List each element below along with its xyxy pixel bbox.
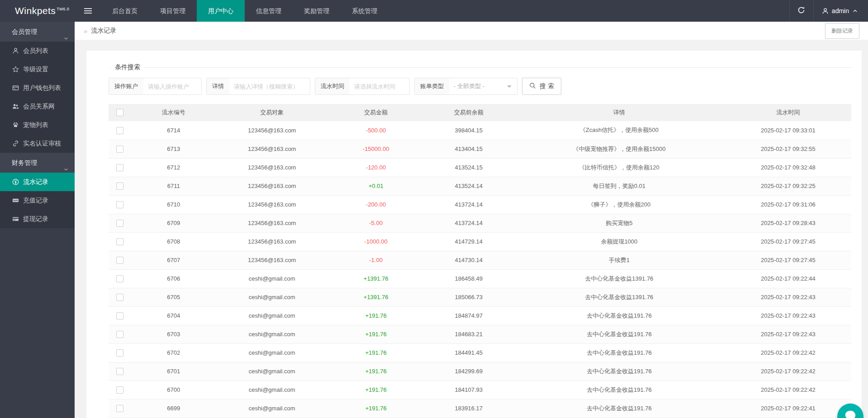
- top-nav-item-5[interactable]: 奖励管理: [293, 0, 341, 22]
- account-cell: 123456@163.com: [216, 140, 327, 158]
- header-checkbox-cell: [109, 104, 131, 121]
- app-logo: WinkpetsTM6.0: [0, 5, 75, 16]
- row-checkbox[interactable]: [116, 331, 123, 338]
- sidebar-item[interactable]: 提现记录: [0, 210, 75, 228]
- refresh-icon: [797, 6, 805, 16]
- account-cell: ceshi@gmail.com: [216, 306, 327, 325]
- flow-id-cell: 6707: [131, 251, 216, 269]
- row-checkbox[interactable]: [116, 368, 123, 375]
- flow-id-cell: 6713: [131, 140, 216, 158]
- row-checkbox-cell: [109, 362, 131, 380]
- row-checkbox[interactable]: [116, 349, 123, 357]
- field-label: 账单类型: [415, 78, 449, 94]
- search-button-label: 搜 索: [540, 82, 554, 90]
- search-fieldset: 条件搜索: [109, 63, 851, 71]
- row-checkbox[interactable]: [116, 201, 123, 208]
- sidebar-group-label: 财务管理: [12, 159, 37, 166]
- time-cell: 2025-02-17 09:28:43: [725, 214, 851, 232]
- sidebar-item-label: 充值记录: [23, 197, 48, 205]
- balance-cell: 184107.93: [424, 380, 513, 399]
- field-input[interactable]: [229, 78, 310, 94]
- balance-cell: 413524.14: [424, 177, 513, 195]
- time-cell: 2025-02-17 09:22:43: [725, 325, 851, 343]
- delete-records-button[interactable]: 删除记录: [825, 23, 859, 39]
- select-all-checkbox[interactable]: [116, 109, 123, 116]
- row-checkbox[interactable]: [116, 146, 123, 153]
- row-checkbox[interactable]: [116, 257, 123, 264]
- balance-cell: 186458.49: [424, 269, 513, 288]
- sidebar-group-title-1[interactable]: 会员管理: [0, 22, 75, 42]
- detail-cell: 每日签到，奖励0.01: [513, 177, 725, 195]
- amount-cell: +191.76: [327, 306, 424, 325]
- search-button[interactable]: 搜 索: [522, 78, 561, 95]
- sidebar-group-label: 会员管理: [12, 28, 37, 35]
- sidebar-item[interactable]: 宠物列表: [0, 116, 75, 134]
- sidebar-item[interactable]: 等级设置: [0, 60, 75, 79]
- top-nav: 后台首页项目管理用户中心信息管理奖励管理系统管理: [101, 0, 389, 22]
- account-cell: ceshi@gmail.com: [216, 325, 327, 343]
- search-legend: 条件搜索: [110, 63, 145, 71]
- column-header: 交易前余额: [424, 104, 513, 121]
- table-row: 6703ceshi@gmail.com+191.76184683.21去中心化基…: [109, 325, 851, 343]
- sidebar-item[interactable]: 用户钱包列表: [0, 79, 75, 97]
- sidebar-item[interactable]: PayPal充值记录: [0, 191, 75, 210]
- sidebar-group-title-2[interactable]: 财务管理: [0, 153, 75, 173]
- field-label: 流水时间: [315, 78, 350, 94]
- top-nav-item-4[interactable]: 信息管理: [245, 0, 293, 22]
- top-nav-item-3[interactable]: 用户中心: [197, 0, 245, 22]
- row-checkbox[interactable]: [116, 405, 123, 412]
- row-checkbox[interactable]: [116, 164, 123, 171]
- balance-cell: 184874.97: [424, 306, 513, 325]
- refresh-button[interactable]: [790, 0, 813, 22]
- detail-cell: 去中心化基金收益191.76: [513, 399, 725, 418]
- column-header: 交易金额: [327, 104, 424, 121]
- top-nav-item-1[interactable]: 后台首页: [101, 0, 149, 22]
- row-checkbox[interactable]: [116, 220, 123, 227]
- account-cell: ceshi@gmail.com: [216, 380, 327, 399]
- row-checkbox-cell: [109, 325, 131, 343]
- sidebar-item[interactable]: 流水记录: [0, 173, 75, 191]
- main-area: » 流水记录 删除记录 条件搜索 操作账户详情流水时间账单类型- 全部类型 -搜…: [75, 22, 868, 418]
- table-row: 6713123456@163.com-15000.00413404.15《中级宠…: [109, 140, 851, 158]
- sidebar-item[interactable]: 会员关系网: [0, 97, 75, 116]
- username: admin: [832, 7, 849, 14]
- time-cell: 2025-02-17 09:22:44: [725, 269, 851, 288]
- amount-cell: -120.00: [327, 158, 424, 177]
- detail-cell: 《狮子》，使用余额200: [513, 195, 725, 214]
- row-checkbox[interactable]: [116, 127, 123, 134]
- time-cell: 2025-02-17 09:22:42: [725, 380, 851, 399]
- field-label: 操作账户: [109, 78, 143, 94]
- row-checkbox[interactable]: [116, 275, 123, 282]
- flow-id-cell: 6704: [131, 306, 216, 325]
- sidebar-item-label: 提现记录: [23, 215, 48, 223]
- breadcrumb-arrow-icon: »: [84, 27, 87, 35]
- sidebar-item-label: 宠物列表: [23, 121, 48, 129]
- row-checkbox-cell: [109, 232, 131, 251]
- sidebar-item[interactable]: 实名认证审核: [0, 134, 75, 153]
- balance-cell: 413404.15: [424, 140, 513, 158]
- row-checkbox[interactable]: [116, 386, 123, 394]
- top-nav-item-6[interactable]: 系统管理: [341, 0, 389, 22]
- sidebar: 会员管理会员列表等级设置用户钱包列表会员关系网宠物列表实名认证审核财务管理流水记…: [0, 22, 75, 418]
- row-checkbox[interactable]: [116, 183, 123, 190]
- amount-cell: +1391.76: [327, 269, 424, 288]
- type-select[interactable]: - 全部类型 -: [449, 78, 517, 94]
- row-checkbox[interactable]: [116, 312, 123, 319]
- account-cell: 123456@163.com: [216, 251, 327, 269]
- time-cell: 2025-02-17 09:22:43: [725, 306, 851, 325]
- amount-cell: +0.01: [327, 177, 424, 195]
- sidebar-item[interactable]: 会员列表: [0, 42, 75, 60]
- row-checkbox[interactable]: [116, 238, 123, 245]
- flow-id-cell: 6700: [131, 380, 216, 399]
- field-input[interactable]: [350, 78, 409, 94]
- user-menu[interactable]: admin: [814, 0, 868, 22]
- search-field-group: 账单类型- 全部类型 -: [414, 78, 517, 95]
- field-input[interactable]: [143, 78, 201, 94]
- row-checkbox[interactable]: [116, 294, 123, 301]
- top-nav-item-2[interactable]: 项目管理: [149, 0, 197, 22]
- detail-cell: 去中心化基金收益191.76: [513, 325, 725, 343]
- detail-cell: 去中心化基金收益1391.76: [513, 288, 725, 306]
- balance-cell: 183916.17: [424, 399, 513, 418]
- menu-toggle-icon[interactable]: [75, 0, 101, 22]
- amount-cell: -1.00: [327, 251, 424, 269]
